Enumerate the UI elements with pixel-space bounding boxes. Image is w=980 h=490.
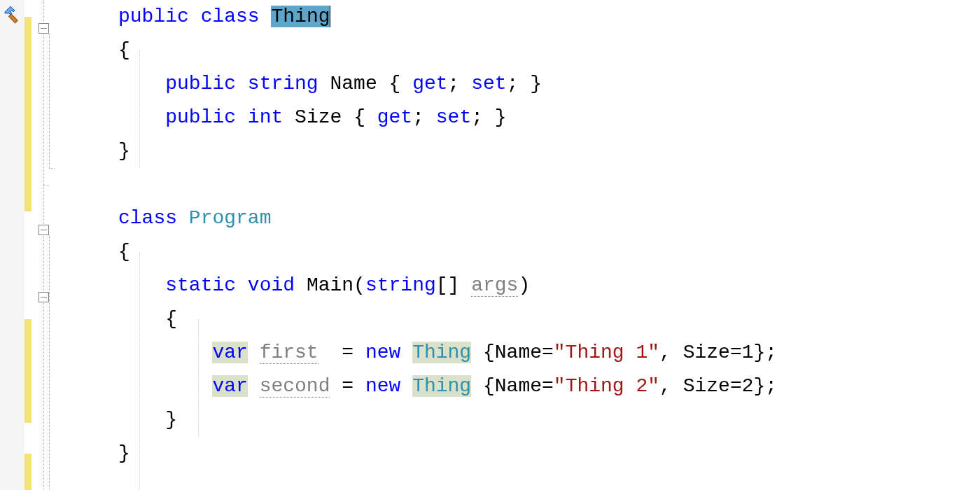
- unused-parameter: args: [471, 274, 518, 297]
- code-line[interactable]: {: [59, 302, 980, 336]
- code-line[interactable]: {: [59, 235, 980, 269]
- code-line[interactable]: static void Main(string[] args): [59, 269, 980, 302]
- code-line[interactable]: var first = new Thing {Name="Thing 1", S…: [59, 336, 980, 370]
- code-line[interactable]: [59, 168, 980, 202]
- unused-variable: first: [260, 342, 318, 364]
- code-line[interactable]: var second = new Thing {Name="Thing 2", …: [59, 370, 980, 403]
- code-line[interactable]: public int Size { get; set; }: [59, 101, 980, 134]
- code-line[interactable]: public class Thing: [59, 0, 980, 34]
- code-line[interactable]: public string Name { get; set; }: [59, 67, 980, 101]
- svg-marker-0: [5, 6, 15, 15]
- code-line[interactable]: }: [59, 403, 980, 437]
- code-line[interactable]: class Program: [59, 202, 980, 235]
- fold-toggle-icon[interactable]: [38, 225, 49, 235]
- selected-identifier[interactable]: Thing: [271, 6, 330, 27]
- fold-toggle-icon[interactable]: [38, 292, 49, 302]
- glyph-margin: [0, 0, 24, 490]
- code-line[interactable]: {: [59, 34, 980, 67]
- code-line[interactable]: }: [59, 437, 980, 470]
- reference-highlight: Thing: [412, 375, 471, 397]
- reference-highlight: Thing: [412, 342, 471, 363]
- fold-toggle-icon[interactable]: [38, 23, 49, 34]
- fold-column: [31, 0, 59, 490]
- svg-rect-1: [8, 14, 18, 23]
- code-editor[interactable]: public class Thing { public string Name …: [0, 0, 980, 490]
- code-line[interactable]: }: [59, 134, 980, 168]
- code-area[interactable]: public class Thing { public string Name …: [59, 0, 980, 490]
- unused-variable: second: [260, 375, 330, 398]
- gutter: [0, 0, 59, 490]
- build-hammer-icon[interactable]: [3, 6, 22, 25]
- change-bar: [24, 0, 31, 490]
